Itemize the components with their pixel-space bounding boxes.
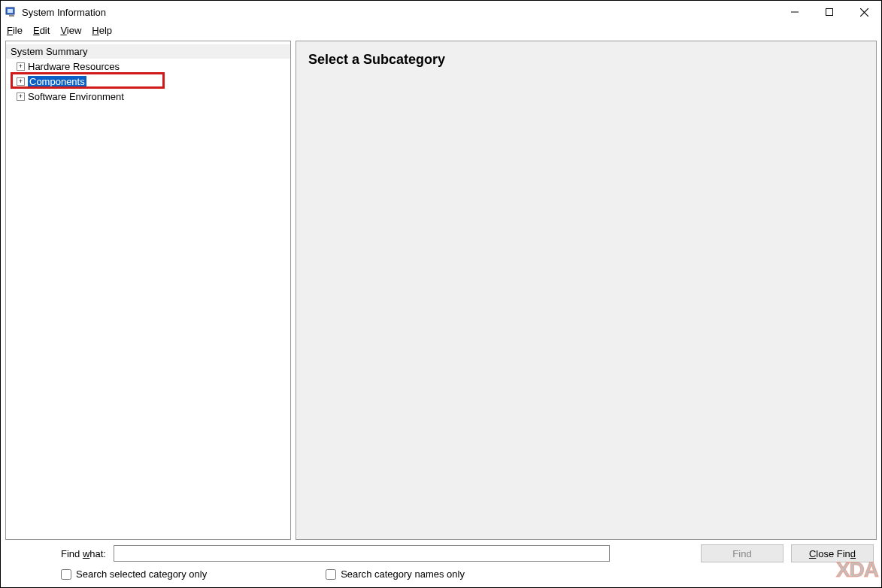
menubar: File Edit View Help — [1, 23, 881, 39]
svg-rect-2 — [9, 15, 14, 17]
tree-item-hardware-resources[interactable]: + Hardware Resources — [6, 59, 290, 74]
find-button[interactable]: Find — [701, 544, 783, 562]
search-selected-checkbox[interactable]: Search selected category only — [61, 568, 207, 580]
menu-help[interactable]: Help — [92, 25, 112, 36]
svg-rect-1 — [8, 9, 13, 13]
tree-item-label: Hardware Resources — [28, 61, 120, 72]
content-area: System Summary + Hardware Resources + Co… — [1, 39, 881, 540]
expand-icon[interactable]: + — [17, 92, 25, 101]
menu-edit[interactable]: Edit — [33, 25, 50, 36]
tree-root[interactable]: System Summary — [6, 44, 290, 59]
maximize-button[interactable] — [812, 1, 847, 23]
titlebar: System Information — [1, 1, 881, 23]
expand-icon[interactable]: + — [17, 62, 25, 71]
find-bar: Find what: Find Close Find Search select… — [1, 540, 881, 585]
find-label: Find what: — [61, 548, 106, 559]
menu-view[interactable]: View — [60, 25, 81, 36]
expand-icon[interactable]: + — [17, 77, 25, 86]
tree-item-label: Components — [28, 76, 86, 87]
search-category-names-checkbox[interactable]: Search category names only — [326, 568, 465, 580]
tree-item-software-environment[interactable]: + Software Environment — [6, 89, 290, 104]
detail-heading: Select a Subcategory — [308, 52, 864, 68]
watermark: XDA — [836, 558, 878, 582]
svg-rect-4 — [826, 9, 833, 16]
tree-item-label: Software Environment — [28, 91, 124, 102]
app-icon — [5, 6, 17, 18]
find-input[interactable] — [114, 545, 610, 562]
tree-item-components[interactable]: + Components — [6, 74, 290, 89]
menu-file[interactable]: File — [7, 25, 23, 36]
window-title: System Information — [22, 7, 106, 18]
close-button[interactable] — [847, 1, 881, 23]
tree-panel: System Summary + Hardware Resources + Co… — [5, 41, 291, 540]
detail-panel: Select a Subcategory — [296, 41, 877, 540]
minimize-button[interactable] — [777, 1, 812, 23]
